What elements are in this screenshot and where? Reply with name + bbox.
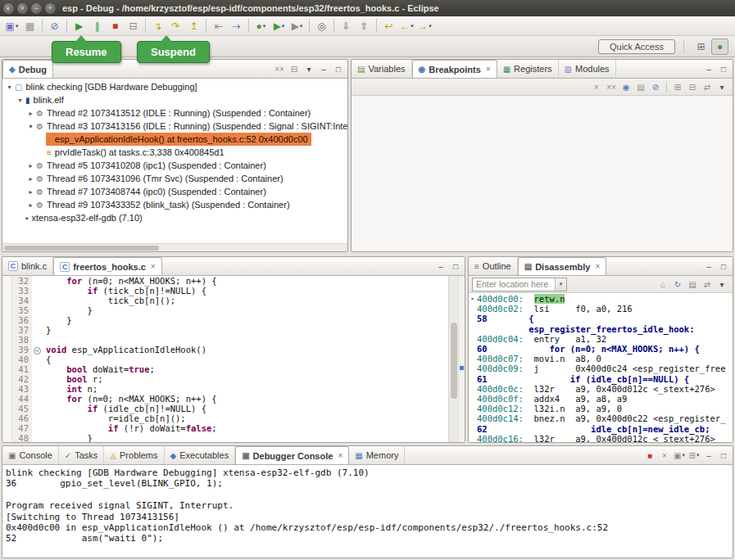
maximize-button[interactable]: □ [717, 449, 730, 462]
minimize-button[interactable]: – [702, 62, 715, 75]
tree-item[interactable]: ▾⚙Thread #3 1073413156 (IDLE : Running) … [2, 120, 347, 133]
drop-to-frame-button[interactable]: ⇤ [210, 18, 227, 34]
collapse-arrow-icon[interactable]: ▾ [5, 84, 14, 91]
tab-memory[interactable]: ▦Memory [349, 446, 405, 464]
tree-item[interactable]: ▸⚙Thread #5 1073410208 (ipc1) (Suspended… [2, 159, 347, 172]
expand-arrow-icon[interactable]: ▸ [26, 175, 35, 183]
minimize-button[interactable]: – [434, 260, 447, 273]
disassembly-line[interactable]: ▸400d0c00: retw.n [469, 294, 733, 304]
external-tools-button[interactable]: ▶▾ [288, 18, 306, 34]
remove-all-terminated-button[interactable]: ×× [273, 62, 286, 75]
close-icon[interactable]: × [486, 65, 491, 74]
link-with-active-context-button[interactable]: ⇄ [701, 278, 714, 291]
maximize-button[interactable]: □ [717, 62, 730, 75]
tab-debugger-console[interactable]: ▣Debugger Console× [235, 446, 349, 464]
tab-modules[interactable]: ▥Modules [559, 60, 616, 78]
maximize-button[interactable]: □ [717, 260, 730, 273]
open-perspective-button[interactable]: ⊞ [692, 38, 710, 55]
minimize-button[interactable]: – [31, 3, 42, 14]
collapse-arrow-icon[interactable]: ▾ [16, 97, 25, 104]
collapse-arrow-icon[interactable]: ▾ [26, 123, 35, 130]
home-button[interactable]: ⌂ [656, 278, 669, 291]
expand-arrow-icon[interactable]: ▸ [26, 162, 35, 169]
run-button[interactable]: ▶▾ [270, 18, 288, 34]
view-menu-button[interactable]: ▾ [715, 278, 728, 291]
link-with-debug-button[interactable]: ⇄ [701, 80, 714, 93]
skip-all-breakpoints-button[interactable]: ⊘ [46, 18, 63, 34]
tree-item[interactable]: ▾▮blink.elf [2, 93, 347, 106]
disassembly-location-input[interactable]: Enter location here [473, 279, 555, 289]
terminate-button[interactable]: ■ [107, 18, 124, 34]
tab-executables[interactable]: ◆Executables [165, 446, 236, 464]
step-into-button[interactable]: ↴ [149, 18, 166, 34]
collapse-all-button[interactable]: ⊟ [686, 80, 699, 93]
location-dropdown-icon[interactable]: ▾ [555, 278, 566, 291]
tree-item[interactable]: ▸⚙Thread #6 1073431096 (Tmr Svc) (Suspen… [2, 172, 347, 185]
tab-debug[interactable]: ◈Debug [2, 60, 53, 78]
go-to-file-button[interactable]: ▤ [634, 80, 647, 93]
suspend-button[interactable]: ∥ [88, 18, 106, 34]
view-menu-button[interactable]: ▾ [715, 80, 728, 93]
open-console-button[interactable]: ⊞▾ [687, 449, 701, 462]
remove-breakpoint-button[interactable]: × [590, 80, 603, 93]
next-annotation-button[interactable]: ⇩ [338, 18, 355, 34]
tab-registers[interactable]: ▦Registers [497, 60, 559, 78]
tree-item[interactable]: ▪xtensa-esp32-elf-gdb (7.10) [2, 211, 347, 224]
disassembly-line[interactable]: 400d0c16: l32r a9, 0x400d012c <_stext+27… [469, 434, 733, 442]
minimize-button[interactable]: – [702, 260, 715, 273]
search-button[interactable]: ◎ [313, 18, 330, 34]
tree-item[interactable]: ▸⚙Thread #9 1073433352 (blink_task) (Sus… [2, 198, 347, 211]
step-return-button[interactable]: ↥ [185, 18, 202, 34]
disassembly-line[interactable]: 400d0c07: movi.n a8, 0 [469, 354, 733, 364]
show-source-button[interactable]: ▤ [686, 278, 699, 291]
quick-access-button[interactable]: Quick Access [598, 39, 675, 54]
expand-arrow-icon[interactable]: ▸ [26, 201, 35, 209]
new-wizard-button[interactable]: ▣▾ [3, 18, 20, 34]
tab-variables[interactable]: ▤Variables [352, 60, 412, 78]
tab-outline[interactable]: ≡Outline [469, 257, 518, 275]
scrollbar-thumb[interactable] [451, 323, 457, 399]
tab-problems[interactable]: ◬Problems [104, 446, 164, 464]
step-over-button[interactable]: ↷ [167, 18, 184, 34]
save-button[interactable]: ▦ [21, 18, 39, 34]
close-icon[interactable]: × [338, 451, 343, 460]
disassembly-line[interactable]: 400d0c12: l32i.n a9, a9, 0 [469, 404, 733, 413]
tab-tasks[interactable]: ✓Tasks [59, 446, 105, 464]
remove-all-breakpoints-button[interactable]: ×× [605, 80, 618, 93]
display-selected-console-button[interactable]: ▣▾ [673, 449, 686, 462]
expand-arrow-icon[interactable]: ▸ [26, 188, 35, 196]
expand-all-button[interactable]: ⊞ [671, 80, 684, 93]
tree-item[interactable]: ≡esp_vApplicationIdleHook() at freertos_… [2, 133, 347, 146]
disassembly-line[interactable]: 400d0c0f: addx4 a9, a8, a9 [469, 394, 733, 404]
tab-console[interactable]: ▣Console [2, 446, 59, 464]
previous-annotation-button[interactable]: ⇧ [356, 18, 373, 34]
close-button[interactable]: × [17, 3, 28, 14]
debug-perspective-button[interactable]: ● [711, 38, 728, 55]
editor-vertical-scrollbar[interactable] [448, 276, 458, 442]
tab-freertos-hooks-c[interactable]: Cfreertos_hooks.c× [53, 257, 162, 275]
minimize-button[interactable]: – [317, 62, 330, 75]
disconnect-button[interactable]: ⊟ [125, 18, 142, 34]
tab-blink-c[interactable]: Cblink.c [2, 257, 53, 275]
collapse-all-button[interactable]: ⊟ [288, 62, 301, 75]
close-icon[interactable]: × [151, 262, 156, 271]
instruction-stepping-button[interactable]: ⇢ [228, 18, 245, 34]
close-icon[interactable]: × [595, 262, 600, 271]
disassembly-line[interactable]: 400d0c14: bnez.n a9, 0x400d0c22 <esp_reg… [469, 413, 733, 423]
disassembly-line[interactable]: 400d0c02: lsi f0, a0, 216 [469, 304, 733, 314]
terminate-button[interactable]: ■ [643, 449, 656, 462]
maximize-button[interactable]: □ [332, 62, 345, 75]
forward-button[interactable]: →▾ [416, 18, 433, 34]
tab-disassembly[interactable]: ▤Disassembly× [518, 257, 607, 275]
disassembly-line[interactable]: 400d0c0c: l32r a9, 0x400d012c <_stext+27… [469, 384, 733, 394]
tree-item[interactable]: ▸⚙Thread #2 1073413512 (IDLE : Running) … [2, 106, 347, 120]
tree-item[interactable]: ▸⚙Thread #7 1073408744 (ipc0) (Suspended… [2, 185, 347, 198]
tab-breakpoints[interactable]: ◉Breakpoints× [412, 60, 497, 78]
debug-button[interactable]: ●▾ [252, 18, 270, 34]
disassembly-line[interactable]: 400d0c09: j 0x400d0c24 <esp_register_fre… [469, 364, 733, 373]
back-button[interactable]: ←▾ [398, 18, 415, 34]
maximize-button[interactable]: □ [449, 260, 462, 273]
resume-button[interactable]: ▶ [70, 18, 88, 34]
debug-horizontal-scrollbar[interactable] [2, 243, 347, 251]
skip-all-breakpoints-button[interactable]: ⊘ [649, 80, 662, 93]
